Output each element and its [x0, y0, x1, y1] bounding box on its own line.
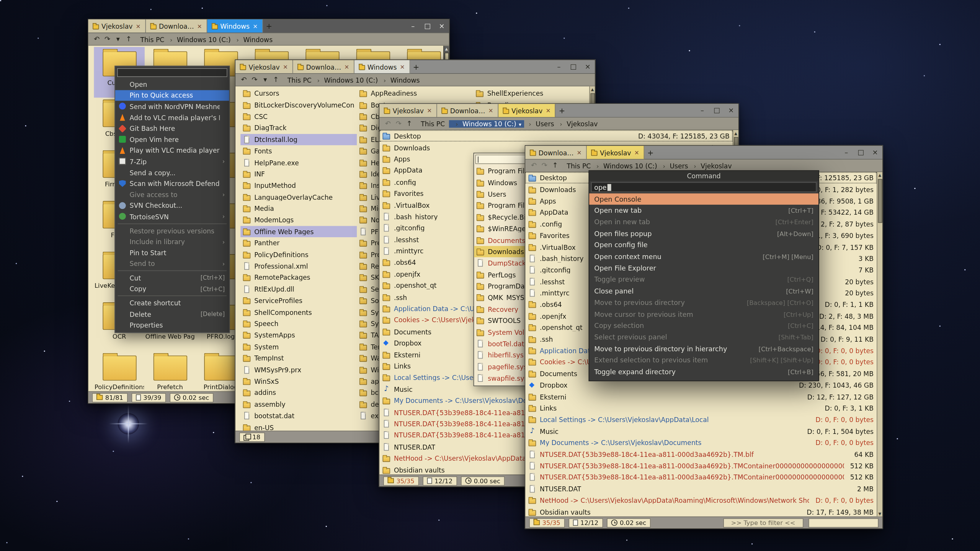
- scroll-up-icon[interactable]: ▲: [879, 172, 882, 178]
- file-row[interactable]: NTUSER.DAT{53b39e88-18c4-11ea-a811-000d3…: [525, 471, 877, 483]
- back-icon[interactable]: ↶: [238, 76, 249, 84]
- file-row[interactable]: RemotePackages: [240, 272, 357, 283]
- forward-icon[interactable]: ↷: [249, 76, 260, 84]
- close-button[interactable]: ×: [580, 60, 595, 73]
- tab[interactable]: Vjekoslav ×: [235, 60, 293, 73]
- tab-close-icon[interactable]: ×: [136, 23, 141, 29]
- scrollbar[interactable]: ▲ ▼: [877, 172, 882, 517]
- filter-field[interactable]: [808, 518, 879, 528]
- context-menu-item[interactable]: [115, 222, 229, 225]
- context-menu-item[interactable]: Open: [115, 79, 229, 90]
- file-row[interactable]: Fonts: [240, 145, 357, 156]
- file-row[interactable]: Panther: [240, 237, 357, 249]
- new-tab-button[interactable]: +: [556, 104, 568, 117]
- context-menu-item[interactable]: Properties: [115, 320, 229, 331]
- tab-close-icon[interactable]: ×: [634, 149, 639, 156]
- context-menu-item[interactable]: Pin to Start: [115, 247, 229, 258]
- up-icon[interactable]: ↑: [404, 119, 415, 127]
- tab-close-icon[interactable]: ×: [427, 107, 432, 114]
- tab-close-icon[interactable]: ×: [400, 63, 405, 70]
- file-row[interactable]: InputMethod: [240, 180, 357, 191]
- file-row[interactable]: Speech: [240, 318, 357, 329]
- file-row[interactable]: NTUSER.DAT{53b39e88-18c4-11ea-a811-000d3…: [525, 448, 877, 460]
- tab[interactable]: Downloads ×: [293, 60, 354, 73]
- forward-icon[interactable]: ↷: [102, 35, 113, 43]
- minimize-button[interactable]: –: [552, 60, 566, 73]
- command-item[interactable]: Open File Explorer: [589, 262, 818, 274]
- command-item[interactable]: Move to previous directory in hierarchy …: [589, 343, 818, 355]
- scroll-up-icon[interactable]: ▲: [734, 130, 737, 136]
- context-menu-item[interactable]: Git Bash Here: [115, 123, 229, 134]
- context-menu-filter-input[interactable]: [117, 68, 227, 77]
- file-row[interactable]: Obsidian vaults D: 17, F: 149, 38 MB: [525, 506, 877, 516]
- file-row[interactable]: Offline Web Pages: [240, 226, 357, 237]
- tab-close-icon[interactable]: ×: [197, 23, 202, 29]
- tab-close-icon[interactable]: ×: [253, 23, 258, 29]
- file-row[interactable]: WinSxS: [240, 375, 357, 387]
- file-row[interactable]: bootstat.dat: [240, 410, 357, 421]
- maximize-button[interactable]: □: [854, 146, 868, 159]
- file-row[interactable]: LanguageOverlayCache: [240, 191, 357, 203]
- scroll-up-icon[interactable]: ▲: [591, 86, 594, 92]
- file-row[interactable]: HelpPane.exe: [240, 157, 357, 168]
- context-menu-item[interactable]: Delete [Delete]: [115, 308, 229, 320]
- new-tab-button[interactable]: +: [410, 60, 423, 73]
- command-item[interactable]: Move cursor to previous item [Ctrl+Up]: [589, 308, 818, 320]
- tab-close-icon[interactable]: ×: [546, 107, 550, 114]
- file-row[interactable]: Professional.xml: [240, 260, 357, 272]
- scroll-down-icon[interactable]: ▼: [879, 511, 882, 517]
- file-row[interactable]: SystemApps: [240, 329, 357, 341]
- context-menu-item[interactable]: Send to ›: [115, 258, 229, 269]
- context-menu-item[interactable]: Give access to ›: [115, 189, 229, 200]
- breadcrumb-segment[interactable]: This PC: [565, 162, 592, 170]
- scroll-up-icon[interactable]: ▲: [445, 46, 448, 51]
- file-row[interactable]: NTUSER.DAT 2 MB: [525, 483, 877, 494]
- command-item[interactable]: Move to previous directory [Backspace] […: [589, 297, 818, 308]
- file-row[interactable]: ModemLogs: [240, 214, 357, 226]
- context-menu-item[interactable]: TortoiseSVN ›: [115, 211, 229, 222]
- tab-close-icon[interactable]: ×: [488, 107, 493, 114]
- history-dropdown-icon[interactable]: ▾: [113, 35, 123, 43]
- back-icon[interactable]: ↶: [382, 119, 393, 127]
- close-button[interactable]: ×: [868, 146, 882, 159]
- breadcrumb-segment[interactable]: Windows: [379, 76, 421, 84]
- context-menu-item[interactable]: Scan with Microsoft Defender...: [115, 178, 229, 189]
- up-icon[interactable]: ↑: [550, 161, 560, 170]
- command-item[interactable]: Extend selection to previous item [Shift…: [589, 355, 818, 366]
- tab[interactable]: Downloads ×: [525, 146, 586, 159]
- file-row[interactable]: ServiceProfiles: [240, 295, 357, 306]
- breadcrumb-segment[interactable]: Users: [658, 162, 689, 170]
- breadcrumb-segment[interactable]: Vjekoslav: [555, 120, 599, 127]
- file-row[interactable]: Local Settings -> C:\Users\Vjekoslav\App…: [525, 414, 877, 425]
- back-icon[interactable]: ↶: [91, 35, 102, 43]
- minimize-button[interactable]: –: [406, 20, 420, 33]
- maximize-button[interactable]: □: [420, 20, 435, 33]
- context-menu-item[interactable]: Include in library ›: [115, 236, 229, 247]
- tab[interactable]: Downloads ×: [437, 104, 498, 117]
- command-item[interactable]: Open in new tab [Ctrl+Enter]: [589, 217, 818, 228]
- file-row[interactable]: Eksterni D: 12, F: 127, 12 GB: [525, 391, 877, 402]
- tab[interactable]: Vjekoslav ×: [379, 104, 437, 117]
- tab[interactable]: Downloads ×: [146, 20, 207, 33]
- context-menu-item[interactable]: Create shortcut: [115, 297, 229, 308]
- file-row[interactable]: RtlExUpd.dll: [240, 283, 357, 295]
- history-dropdown-icon[interactable]: ▾: [260, 76, 271, 84]
- file-row[interactable]: DiagTrack: [240, 122, 357, 134]
- new-tab-button[interactable]: +: [644, 146, 657, 159]
- command-item[interactable]: Open Console: [589, 193, 818, 205]
- tab-close-icon[interactable]: ×: [283, 63, 288, 70]
- command-item[interactable]: Toggle expand directory [Ctrl+B]: [589, 366, 818, 378]
- file-row[interactable]: addins: [240, 387, 357, 398]
- folder-item[interactable]: PolicyDefinitions: [94, 351, 144, 391]
- up-icon[interactable]: ↑: [271, 76, 281, 84]
- context-menu-item[interactable]: [115, 269, 229, 272]
- breadcrumb-segment[interactable]: Windows: [232, 35, 274, 43]
- command-item[interactable]: Close panel [Ctrl+W]: [589, 285, 818, 297]
- up-icon[interactable]: ↑: [123, 35, 134, 43]
- file-row[interactable]: NetHood -> C:\Users\Vjekoslav\AppData\Ro…: [525, 494, 877, 506]
- breadcrumb-segment[interactable]: This PC: [286, 76, 313, 84]
- forward-icon[interactable]: ↷: [393, 119, 404, 127]
- context-menu-item[interactable]: Play with VLC media player: [115, 145, 229, 156]
- tab[interactable]: Vjekoslav ×: [587, 146, 644, 159]
- type-to-filter-input[interactable]: >> Type to filter <<: [723, 518, 804, 528]
